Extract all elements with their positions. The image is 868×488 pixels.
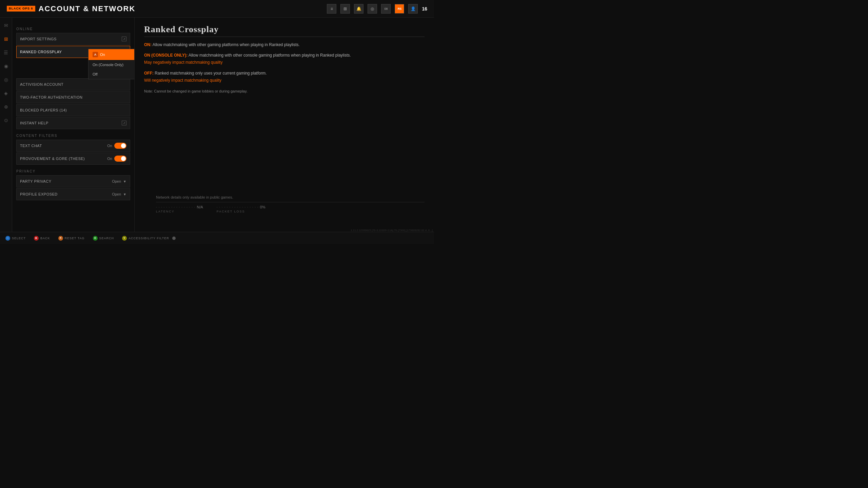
ranked-crossplay-label: Ranked Crossplay (20, 50, 62, 54)
network-section: Network details only available in public… (146, 195, 434, 213)
import-settings-row[interactable]: Import Settings ⇗ (16, 33, 130, 45)
profanity-toggle[interactable] (114, 156, 126, 162)
search-icon: ⊙ (93, 236, 98, 241)
dropdown-console-label: On (Console Only) (93, 63, 123, 67)
sidebar-icon-7[interactable]: ⊕ (2, 102, 11, 111)
sidebar-icons: ✉ ⊞ ☰ ◉ ◎ ◈ ⊕ ⊙ (0, 18, 12, 232)
off-description: Ranked matchmaking only uses your curren… (155, 71, 267, 76)
two-factor-label: Two-Factor Authentication (20, 95, 82, 99)
sidebar-icon-6[interactable]: ◈ (2, 89, 11, 98)
reset-icon: ✕ (58, 236, 63, 241)
activision-account-row[interactable]: Activision Account (16, 78, 130, 90)
info-block-off: OFF: Ranked matchmaking only uses your c… (144, 70, 425, 84)
packet-dashes: - - - - - - - - - - - - - - - - - (217, 205, 259, 209)
level-display: 16 (422, 6, 427, 12)
content-filters-label: CONTENT FILTERS (16, 134, 130, 138)
settings-icon[interactable]: ◎ (368, 4, 377, 14)
import-settings-label: Import Settings (20, 37, 57, 41)
profile-exposed-label: Profile Exposed (20, 192, 58, 196)
profile-icon[interactable]: 👤 (408, 4, 418, 14)
bottom-bar: □ SELECT B BACK ✕ RESET TAG ⊙ SEARCH Y A… (0, 232, 434, 244)
party-privacy-label: Party Privacy (20, 179, 52, 183)
latency-value: N/A (197, 205, 203, 209)
sidebar-icon-4[interactable]: ◉ (2, 62, 11, 70)
settings-panel: ONLINE Import Settings ⇗ Ranked Crosspla… (12, 18, 134, 232)
select-icon: □ (5, 236, 10, 241)
reset-label: RESET TAG (65, 237, 85, 240)
search-label: SEARCH (99, 237, 114, 240)
accessibility-toggle[interactable] (172, 237, 176, 240)
blocked-players-row[interactable]: Blocked Players (14) (16, 104, 130, 116)
online-section-label: ONLINE (16, 27, 130, 31)
a-button-icon: A (93, 52, 98, 57)
info-note: Note: Cannot be changed in game lobbies … (144, 89, 425, 93)
reset-tag-button[interactable]: ✕ RESET TAG (58, 236, 85, 241)
info-panel: Ranked Crossplay ON: Allow matchmaking w… (134, 18, 434, 232)
game-logo: BLACK OPS 6 (7, 6, 35, 12)
text-chat-toggle[interactable] (114, 143, 126, 149)
select-button[interactable]: □ SELECT (5, 236, 26, 241)
party-privacy-value: Open ▼ (112, 179, 126, 183)
profile-exposed-value: Open ▼ (112, 192, 126, 196)
network-note: Network details only available in public… (156, 195, 425, 199)
privacy-section-label: PRIVACY (16, 169, 130, 173)
off-warning: Will negatively impact matchmaking quali… (144, 77, 425, 84)
header: BLACK OPS 6 ACCOUNT & NETWORK ≡ ⊞ 🔔 ◎ 08… (0, 0, 434, 18)
main-content: ONLINE Import Settings ⇗ Ranked Crosspla… (12, 18, 434, 232)
on-console-description: Allow matchmaking with other console gam… (189, 53, 351, 58)
network-stats-row: - - - - - - - - - - - - - - - - N/A LATE… (156, 205, 425, 213)
dropdown-option-console[interactable]: On (Console Only) (88, 60, 134, 69)
packet-value: 0% (260, 205, 265, 209)
ranked-crossplay-dropdown: A On ✓ On (Console Only) Off (88, 49, 134, 79)
packet-label: PACKET LOSS (217, 210, 265, 213)
text-chat-row[interactable]: Text Chat On (16, 140, 130, 152)
text-chat-value: On (107, 143, 126, 149)
on-console-label: ON (CONSOLE ONLY): (144, 53, 188, 58)
party-privacy-row[interactable]: Party Privacy Open ▼ (16, 175, 130, 187)
two-factor-row[interactable]: Two-Factor Authentication (16, 91, 130, 103)
version-text: 1.11.2.12399815 [76-3:10309+11A] Th [730… (351, 229, 433, 232)
instant-help-label: Instant Help (20, 121, 48, 125)
latency-item: - - - - - - - - - - - - - - - - N/A LATE… (156, 205, 203, 213)
search-button[interactable]: ⊙ SEARCH (93, 236, 114, 241)
back-label: BACK (40, 237, 50, 240)
latency-label: LATENCY (156, 210, 203, 213)
sidebar-icon-3[interactable]: ☰ (2, 48, 11, 57)
chevron-down-icon-profile: ▼ (123, 192, 126, 196)
network-divider (156, 202, 425, 202)
back-button[interactable]: B BACK (34, 236, 50, 241)
header-left: BLACK OPS 6 ACCOUNT & NETWORK (7, 4, 135, 13)
accessibility-filter-button[interactable]: Y ACCESSIBILITY FILTER (122, 236, 176, 241)
blocked-players-label: Blocked Players (14) (20, 108, 67, 112)
dropdown-off-label: Off (93, 72, 97, 76)
text-chat-label: Text Chat (20, 144, 42, 148)
profanity-value: On (107, 156, 126, 162)
sidebar-icon-8[interactable]: ⊙ (2, 116, 11, 125)
sidebar-icon-5[interactable]: ◎ (2, 75, 11, 84)
sidebar-icon-1[interactable]: ✉ (2, 21, 11, 30)
dropdown-option-off[interactable]: Off (88, 69, 134, 79)
chat-icon[interactable]: ≡ (327, 4, 336, 14)
instant-help-row[interactable]: Instant Help ⇗ (16, 117, 130, 129)
info-block-on: ON: Allow matchmaking with other gaming … (144, 42, 425, 48)
external-link-icon-2: ⇗ (122, 121, 126, 125)
profile-exposed-row[interactable]: Profile Exposed Open ▼ (16, 188, 130, 200)
page-title: ACCOUNT & NETWORK (39, 4, 136, 13)
select-label: SELECT (12, 237, 26, 240)
back-icon: B (34, 236, 39, 241)
instant-help-value: ⇗ (122, 121, 126, 125)
on-description: Allow matchmaking with other gaming plat… (153, 42, 300, 47)
import-settings-value: ⇗ (122, 37, 126, 41)
off-label: OFF: (144, 71, 154, 76)
sidebar-icon-2[interactable]: ⊞ (2, 35, 11, 43)
dropdown-on-label: On (100, 53, 105, 57)
latency-dashes: - - - - - - - - - - - - - - - - (156, 205, 195, 209)
info-block-on-console: ON (CONSOLE ONLY): Allow matchmaking wit… (144, 52, 425, 66)
chevron-down-icon-party: ▼ (123, 180, 126, 183)
notifications-icon[interactable]: 🔔 (354, 4, 363, 14)
info-panel-title: Ranked Crossplay (144, 24, 425, 37)
packet-loss-item: - - - - - - - - - - - - - - - - - 0% PAC… (217, 205, 265, 213)
profanity-filter-row[interactable]: Provovement & Gore (These) On (16, 152, 130, 165)
dropdown-option-on[interactable]: A On ✓ (88, 49, 134, 60)
menu-grid-icon[interactable]: ⊞ (340, 4, 350, 14)
